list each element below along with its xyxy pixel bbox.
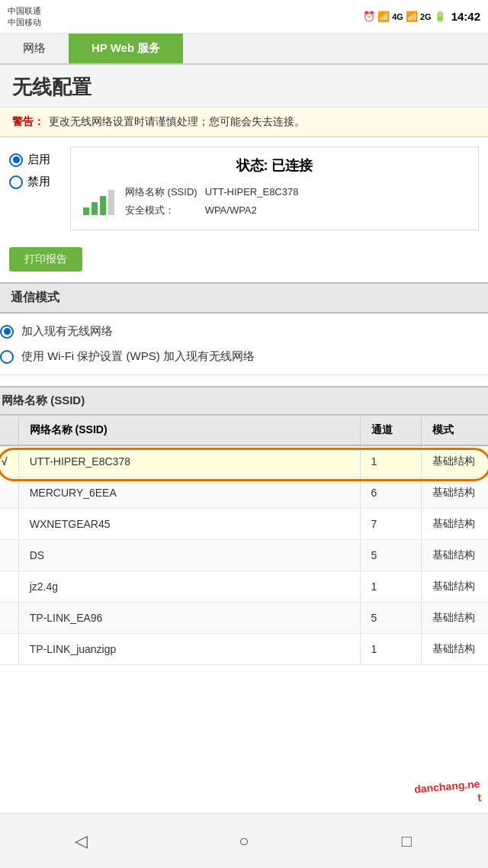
table-row[interactable]: MERCURY_6EEA6基础结构 [0, 477, 488, 509]
home-button[interactable]: ○ [221, 818, 267, 864]
row-mode: 基础结构 [421, 445, 488, 477]
wifi-bar-1 [83, 207, 89, 215]
row-channel: 5 [360, 603, 421, 634]
comms-option-2[interactable]: 使用 Wi-Fi 保护设置 (WPS) 加入现有无线网络 [0, 349, 488, 364]
table-header: 网络名称 (SSID) 通道 模式 [0, 416, 488, 445]
status-icons: ⏰ 📶 4G 📶 2G 🔋 14:42 [363, 10, 480, 23]
table-row[interactable]: WXNETGEAR457基础结构 [0, 509, 488, 540]
warning-label: 警告： [12, 115, 44, 129]
security-value: WPA/WPA2 [205, 202, 305, 219]
time-display: 14:42 [451, 10, 480, 23]
carrier1-label: 中国联通 [8, 5, 41, 16]
row-check [0, 634, 18, 665]
security-label: 安全模式： [125, 202, 204, 219]
table-row[interactable]: DS5基础结构 [0, 540, 488, 571]
status-body: 网络名称 (SSID) UTT-HIPER_E8C378 安全模式： WPA/W… [83, 182, 466, 220]
radio-disable[interactable]: 禁用 [9, 175, 50, 189]
signal-4g: 4G [392, 12, 403, 21]
row-ssid: DS [18, 540, 360, 571]
page-title: 无线配置 [12, 74, 476, 101]
page-title-prefix: 无 [12, 76, 32, 98]
radio-group: 启用 禁用 [9, 146, 50, 189]
row-mode: 基础结构 [421, 540, 488, 571]
radio-disable-label: 禁用 [27, 175, 50, 189]
row-channel: 1 [360, 571, 421, 603]
row-ssid: WXNETGEAR45 [18, 509, 360, 540]
row-mode: 基础结构 [421, 603, 488, 634]
table-row[interactable]: √UTT-HIPER_E8C3781基础结构 [0, 445, 488, 477]
network-section-header: 网络名称 (SSID) [0, 386, 488, 415]
status-card: 状态: 已连接 网络名称 (SSID) UTT-HIPER_E8C378 [70, 146, 479, 230]
row-check [0, 477, 18, 509]
wifi-bar-3 [100, 196, 106, 215]
table-row[interactable]: jz2.4g1基础结构 [0, 571, 488, 603]
network-tbody: √UTT-HIPER_E8C3781基础结构MERCURY_6EEA6基础结构W… [0, 445, 488, 665]
row-channel: 1 [360, 445, 421, 477]
comms-option-1[interactable]: 加入现有无线网络 [0, 324, 488, 339]
print-report-button[interactable]: 打印报告 [9, 247, 82, 272]
page-title-text: 线配置 [32, 76, 92, 98]
recent-button[interactable]: □ [384, 818, 429, 864]
watermark: danchang.net [415, 780, 480, 807]
comms-label-1: 加入现有无线网络 [21, 324, 113, 339]
signal-2g: 2G [420, 12, 432, 21]
carrier2-label: 中国移动 [8, 17, 41, 27]
row-ssid: jz2.4g [18, 571, 360, 603]
print-btn-row: 打印报告 [9, 240, 479, 282]
tab-hp-web[interactable]: HP Web 服务 [69, 34, 183, 63]
row-ssid: TP-LINK_EA96 [18, 603, 360, 634]
battery-icon: 🔋 [434, 11, 446, 22]
comms-radio-2 [0, 350, 14, 364]
row-check [0, 571, 18, 603]
radio-disable-circle [9, 175, 23, 189]
page-title-bar: 无线配置 [0, 65, 488, 108]
main-content: 启用 禁用 状态: 已连接 [0, 137, 488, 282]
comms-radio-1 [0, 325, 14, 339]
row-channel: 1 [360, 634, 421, 665]
radio-enable[interactable]: 启用 [9, 153, 50, 167]
warning-bar: 警告： 更改无线网络设置时请谨慎处理；您可能会失去连接。 [0, 108, 488, 137]
table-row[interactable]: TP-LINK_juanzigp1基础结构 [0, 634, 488, 665]
watermark-text: danchang.net [413, 776, 481, 810]
wifi-bar-4 [108, 190, 114, 215]
row-ssid: UTT-HIPER_E8C378 [18, 445, 360, 477]
wifi-icon: 📶 [377, 11, 390, 22]
row-check: √ [0, 445, 18, 477]
ssid-label: 网络名称 (SSID) [125, 184, 204, 201]
status-details: 网络名称 (SSID) UTT-HIPER_E8C378 安全模式： WPA/W… [124, 182, 306, 220]
row-check [0, 509, 18, 540]
carrier-info: 中国联通 中国移动 [8, 5, 41, 27]
network-table-wrap: 网络名称 (SSID) 通道 模式 √UTT-HIPER_E8C3781基础结构… [0, 415, 488, 665]
comms-label-2: 使用 Wi-Fi 保护设置 (WPS) 加入现有无线网络 [21, 349, 255, 364]
row-mode: 基础结构 [421, 509, 488, 540]
table-row[interactable]: TP-LINK_EA965基础结构 [0, 603, 488, 634]
th-check [0, 416, 18, 445]
wifi-bars-icon [83, 188, 114, 215]
th-ssid: 网络名称 (SSID) [18, 416, 360, 445]
back-button[interactable]: ◁ [59, 818, 104, 864]
comms-section: 加入现有无线网络 使用 Wi-Fi 保护设置 (WPS) 加入现有无线网络 [0, 313, 488, 375]
row-ssid: MERCURY_6EEA [18, 477, 360, 509]
signal-bars-icon: 📶 [406, 11, 418, 22]
row-ssid: TP-LINK_juanzigp [18, 634, 360, 665]
comms-section-header: 通信模式 [0, 282, 488, 313]
radio-enable-label: 启用 [27, 153, 50, 167]
clock-icon: ⏰ [363, 11, 375, 22]
row-check [0, 540, 18, 571]
row-mode: 基础结构 [421, 571, 488, 603]
status-bar: 中国联通 中国移动 ⏰ 📶 4G 📶 2G 🔋 14:42 [0, 0, 488, 34]
radio-enable-circle [9, 153, 23, 167]
row-mode: 基础结构 [421, 477, 488, 509]
row-channel: 5 [360, 540, 421, 571]
th-mode: 模式 [421, 416, 488, 445]
radio-status-section: 启用 禁用 状态: 已连接 [9, 137, 479, 240]
th-channel: 通道 [360, 416, 421, 445]
ssid-value: UTT-HIPER_E8C378 [205, 184, 305, 201]
row-channel: 7 [360, 509, 421, 540]
row-channel: 6 [360, 477, 421, 509]
warning-text: 更改无线网络设置时请谨慎处理；您可能会失去连接。 [49, 115, 305, 129]
network-table: 网络名称 (SSID) 通道 模式 √UTT-HIPER_E8C3781基础结构… [0, 416, 488, 665]
tab-network[interactable]: 网络 [0, 34, 69, 63]
row-check [0, 603, 18, 634]
wifi-bar-2 [92, 202, 98, 215]
